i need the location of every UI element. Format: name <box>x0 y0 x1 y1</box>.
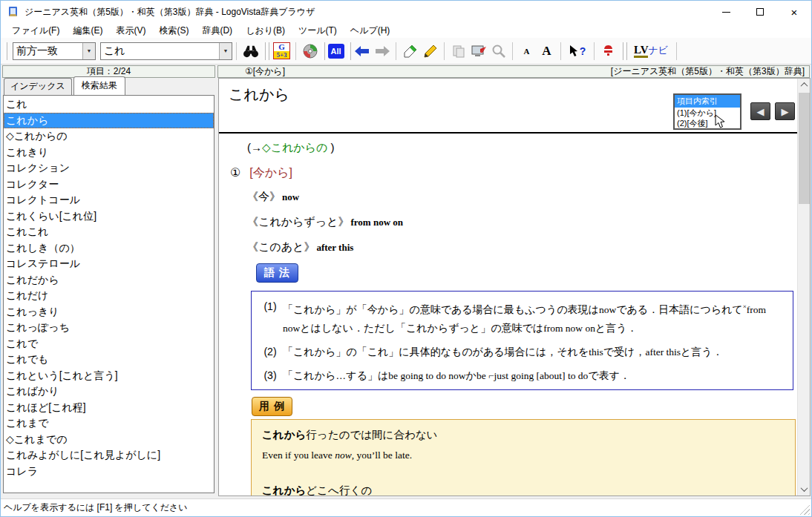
pronunciation-button[interactable] <box>598 41 618 61</box>
usage-note-item: (2)「これから」の「これ」に具体的なものがある場合には，それをthisで受け，… <box>258 343 785 361</box>
crossref-link[interactable]: ◇これからの <box>262 141 327 154</box>
search-button[interactable] <box>240 41 261 61</box>
menu-item[interactable]: しおり(B) <box>239 23 292 39</box>
list-item[interactable]: これっきり <box>4 304 214 320</box>
gloss-line: 《このあと》after this <box>247 240 403 266</box>
list-item[interactable]: これっぽっち <box>4 320 214 336</box>
article-panel: これから 項目内索引 (1)[今から](2)[今後] ◀ ▶ (→◇これからの … <box>218 78 811 496</box>
list-item[interactable]: コレラ <box>4 464 214 480</box>
scroll-down-button[interactable] <box>798 483 811 495</box>
list-item[interactable]: ◇これまでの <box>4 432 214 448</box>
search-input[interactable]: これ ▼ <box>100 42 232 60</box>
menu-item[interactable]: 検索(S) <box>152 23 195 39</box>
jp-segment: 「これから」の「これ」に具体的なものがある場合には，それを <box>283 346 589 358</box>
sidebar-tabs: インデックス 検索結果 <box>4 79 216 95</box>
lv-navi-button[interactable]: LV ナビ <box>629 42 672 59</box>
list-item[interactable]: これで <box>4 336 214 352</box>
search-mode-select[interactable]: 前方一致 ▼ <box>13 42 96 60</box>
list-item[interactable]: コレクトコール <box>4 192 214 208</box>
list-item[interactable]: これきり <box>4 145 214 161</box>
minimize-button[interactable] <box>709 1 743 23</box>
menu-item[interactable]: ヘルプ(H) <box>344 23 397 39</box>
vertical-scrollbar[interactable] <box>797 79 810 495</box>
list-item[interactable]: これという[これと言う] <box>4 368 214 384</box>
dictionary-icon: G 5+3 <box>273 42 290 59</box>
tab-search-results[interactable]: 検索結果 <box>73 76 125 95</box>
popup-index-item[interactable]: (1)[今から] <box>675 108 740 118</box>
list-item[interactable]: これほど[これ程] <box>4 400 214 416</box>
gloss-en: from now on <box>350 217 403 228</box>
prev-section-button[interactable]: ◀ <box>750 102 770 120</box>
menu-item[interactable]: 辞典(D) <box>195 23 239 39</box>
popup-index-item[interactable]: (2)[今後] <box>675 118 740 128</box>
forward-button[interactable] <box>372 41 392 61</box>
list-item[interactable]: これしき（の） <box>4 240 214 257</box>
usage-note-item: (3)「これから…する」はbe going to do nowかbe ⌐just… <box>258 366 785 385</box>
search-all-button[interactable]: All <box>326 41 346 61</box>
font-larger-button[interactable]: A <box>537 41 557 61</box>
font-smaller-button[interactable]: A <box>517 41 537 61</box>
divider <box>219 132 797 134</box>
tab-index[interactable]: インデックス <box>4 78 72 95</box>
list-item[interactable]: こればかり <box>4 383 214 400</box>
result-list[interactable]: これこれから◇これからのこれきりコレクションコレクターコレクトコールこれくらい[… <box>3 95 215 493</box>
copy-button[interactable] <box>448 41 468 61</box>
list-item[interactable]: コレステロール <box>4 256 214 272</box>
example-en-part: now <box>335 450 352 461</box>
maximize-button[interactable] <box>743 1 777 23</box>
mouse-cursor-icon <box>715 114 725 129</box>
jp-segment: と言う． <box>595 322 638 334</box>
list-item[interactable]: コレクション <box>4 160 214 177</box>
usage-note-box: (1)「これから」が「今から」の意味である場合に最もふつうの表現はnowである．… <box>251 291 793 390</box>
jp-segment: とはしない．ただし「これからずっと」の意味では <box>300 322 543 334</box>
forward-arrow-icon <box>375 46 390 56</box>
list-item[interactable]: これだから <box>4 272 214 289</box>
toolbar-grip[interactable] <box>4 42 7 60</box>
scrollbar-thumb[interactable] <box>799 93 810 204</box>
example-en-part: , you’ll be late. <box>352 450 412 461</box>
context-help-button[interactable]: ? <box>565 41 590 61</box>
usage-note-number: (2) <box>258 343 283 361</box>
media-disc-button[interactable] <box>300 41 320 61</box>
list-item[interactable]: これだけ <box>4 288 214 304</box>
cursor-icon <box>569 45 579 57</box>
magnifier-icon <box>491 44 506 59</box>
en-segment: be going to do now <box>388 370 465 381</box>
list-item[interactable]: これくらい[これ位] <box>4 208 214 225</box>
right-triangle-icon: ▶ <box>782 106 789 117</box>
menu-item[interactable]: ツール(T) <box>292 23 344 39</box>
gloss-jp: 《このあと》 <box>247 240 315 253</box>
crossref-open: (→ <box>247 141 262 154</box>
zoom-button[interactable] <box>488 41 508 61</box>
speaker-icon <box>603 45 614 57</box>
sense-label: [今から] <box>249 166 292 179</box>
list-item[interactable]: これまで <box>4 415 214 432</box>
scroll-up-button[interactable] <box>798 79 811 91</box>
back-button[interactable] <box>352 41 372 61</box>
list-item[interactable]: コレクター <box>4 177 214 193</box>
list-item[interactable]: これみよがしに[これ見よがしに] <box>4 447 214 464</box>
pencil-button[interactable] <box>420 41 440 61</box>
marker-button[interactable] <box>400 41 420 61</box>
gloss-en: now <box>282 191 299 202</box>
usage-note-text: 「これから…する」はbe going to do nowかbe ⌐just go… <box>283 366 785 385</box>
menu-item[interactable]: ファイル(F) <box>5 23 66 39</box>
list-item[interactable]: これ <box>4 96 214 113</box>
chevron-down-icon[interactable]: ▼ <box>219 43 232 59</box>
list-item[interactable]: これでも <box>4 352 214 368</box>
next-section-button[interactable]: ▶ <box>775 102 795 120</box>
search-mode-value: 前方一致 <box>13 45 82 58</box>
usage-note-text: 「これから」の「これ」に具体的なものがある場合には，それをthisで受け，aft… <box>283 343 785 361</box>
menu-item[interactable]: 表示(V) <box>109 23 152 39</box>
dictionary-select-button[interactable]: G 5+3 <box>272 41 292 61</box>
resize-grip[interactable] <box>799 504 810 515</box>
gloss-line: 《今》now <box>247 190 403 215</box>
list-item[interactable]: ◇これからの <box>4 128 214 145</box>
screen-capture-button[interactable] <box>468 41 488 61</box>
menu-item[interactable]: 編集(E) <box>66 23 109 39</box>
close-button[interactable]: × <box>777 1 811 23</box>
list-item[interactable]: これから <box>4 113 214 129</box>
pencil-icon <box>423 44 438 59</box>
chevron-down-icon[interactable]: ▼ <box>82 43 95 59</box>
list-item[interactable]: これこれ <box>4 224 214 240</box>
